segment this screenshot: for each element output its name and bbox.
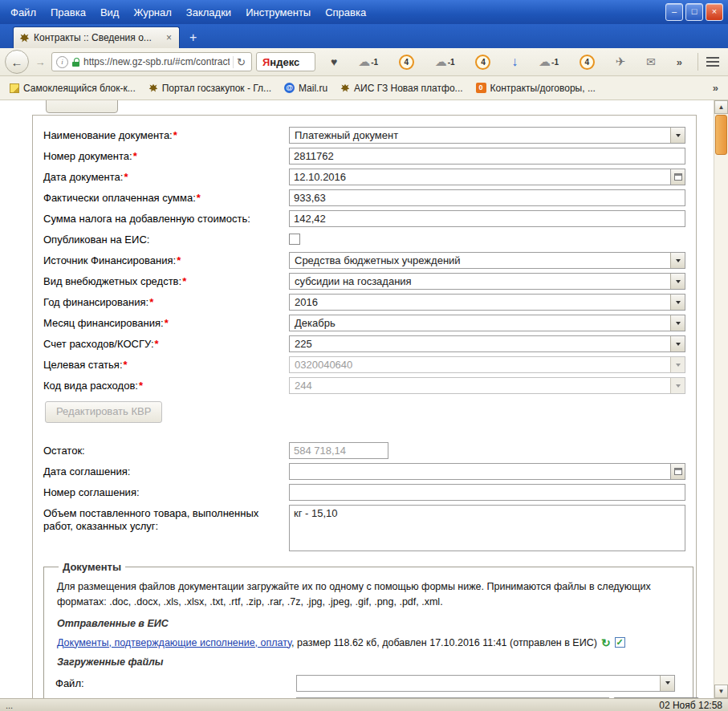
fin-source-select[interactable]: Средства бюджетных учреждений <box>289 252 685 269</box>
scroll-up-icon[interactable]: ▲ <box>714 100 728 114</box>
mail-icon[interactable]: ✉ <box>646 55 656 68</box>
menu-help[interactable]: Справка <box>318 3 373 22</box>
fin-year-select[interactable]: 2016 <box>289 294 685 311</box>
form-row: Опубликован на ЕИС: <box>43 231 685 248</box>
pocket-icon[interactable]: ♥ <box>331 55 337 68</box>
forward-button[interactable]: → <box>33 54 47 70</box>
cloud-badge: -1 <box>371 58 378 67</box>
vat-sum-input[interactable] <box>289 210 685 227</box>
bookmarks-overflow-icon[interactable]: » <box>713 82 718 94</box>
close-button[interactable]: × <box>706 3 723 21</box>
cloud-badge: -1 <box>448 58 455 67</box>
bookmark-item[interactable]: АИС ГЗ Новая платфо... <box>340 83 463 94</box>
published-eis-checkbox[interactable] <box>289 234 300 245</box>
dropdown-arrow-icon[interactable] <box>660 676 674 691</box>
yandex-search-box[interactable]: Яндекс <box>256 52 315 71</box>
cloud-icon: ☁ <box>358 55 370 69</box>
field-label: Опубликован на ЕИС: <box>43 231 289 248</box>
download-icon[interactable]: ↓ <box>511 55 518 69</box>
bookmark-item[interactable]: 0 Контракты/договоры, ... <box>476 83 596 94</box>
doc-number-input[interactable] <box>289 148 685 165</box>
send-tab-icon[interactable]: ✈ <box>616 55 626 69</box>
form-row: Дата соглашения: <box>43 463 685 480</box>
dropdown-arrow-icon[interactable] <box>670 253 685 268</box>
content-area: Наименование документа:* Платежный докум… <box>0 100 728 698</box>
counter-badge-2[interactable]: 4 <box>475 55 490 70</box>
doc-date-input[interactable] <box>289 169 671 185</box>
tab-contracts[interactable]: Контракты :: Сведения о... × <box>13 26 180 48</box>
counter-badge-1[interactable]: 4 <box>399 55 414 70</box>
minimize-button[interactable]: – <box>665 3 683 21</box>
field-label: Дата соглашения: <box>43 463 289 480</box>
edit-kvr-button[interactable]: Редактировать КВР <box>45 401 162 423</box>
yandex-logo: Я <box>262 56 270 68</box>
dropdown-arrow-icon[interactable] <box>670 274 685 289</box>
contract-form-panel: Наименование документа:* Платежный докум… <box>32 115 697 698</box>
agreement-date-input[interactable] <box>289 463 671 480</box>
doc-name-select[interactable]: Платежный документ <box>289 127 685 144</box>
dropdown-arrow-icon[interactable] <box>670 128 685 143</box>
new-tab-button[interactable]: + <box>180 30 206 48</box>
form-row: Остаток: <box>43 442 685 459</box>
partial-button[interactable] <box>46 100 118 113</box>
dropdown-arrow-icon[interactable] <box>670 315 685 331</box>
maximize-button[interactable]: □ <box>685 3 703 21</box>
bookmark-item[interactable]: @ Mail.ru <box>284 83 327 94</box>
url-text[interactable]: https://new.gz-spb.ru/#cm/contract/6 <box>83 56 230 67</box>
open-menu-button[interactable] <box>702 57 723 67</box>
calendar-button[interactable] <box>671 463 685 480</box>
agreement-number-input[interactable] <box>289 484 685 501</box>
cloud-extension-2[interactable]: ☁ -1 <box>435 55 455 69</box>
dropdown-arrow-icon[interactable] <box>670 336 685 351</box>
menu-file[interactable]: Файл <box>3 3 43 22</box>
file-path-input[interactable] <box>296 697 609 699</box>
calendar-icon <box>674 173 682 181</box>
choose-file-button[interactable]: Выбрать файл <box>613 697 699 699</box>
back-button[interactable]: ← <box>5 50 29 74</box>
counter-badge-3[interactable]: 4 <box>580 55 595 70</box>
resend-icon[interactable]: ↻ <box>601 636 611 649</box>
vertical-scrollbar[interactable]: ▲ ▼ <box>714 100 728 698</box>
https-lock-icon[interactable] <box>71 56 80 68</box>
cloud-extension-1[interactable]: ☁ -1 <box>358 55 378 69</box>
documents-section: Документы Для размещения файлов документ… <box>43 561 693 698</box>
menu-bookmarks[interactable]: Закладки <box>179 3 238 22</box>
url-bar[interactable]: i https://new.gz-spb.ru/#cm/contract/6 ↻ <box>51 52 252 71</box>
uploaded-files-heading: Загруженные файлы <box>57 656 680 668</box>
file-select[interactable] <box>296 675 675 692</box>
kosgu-select[interactable]: 225 <box>289 335 685 352</box>
menu-tools[interactable]: Инструменты <box>238 3 318 22</box>
navigation-toolbar: ← → i https://new.gz-spb.ru/#cm/contract… <box>0 48 728 76</box>
field-label: Год финансирования:* <box>43 294 289 311</box>
window-controls: – □ × <box>665 3 725 21</box>
bookmark-item[interactable]: Самоклеящийся блок-к... <box>10 83 136 94</box>
tab-close-icon[interactable]: × <box>165 32 173 43</box>
fin-month-select[interactable]: Декабрь <box>289 315 685 331</box>
menu-view[interactable]: Вид <box>93 3 127 22</box>
reload-icon[interactable]: ↻ <box>233 56 247 68</box>
menu-edit[interactable]: Правка <box>43 3 93 22</box>
sent-checkbox-icon[interactable]: ✓ <box>615 637 625 648</box>
field-label: Фактически оплаченная сумма:* <box>43 189 289 206</box>
document-row: Документы, подтверждающие исполнение, оп… <box>57 636 680 649</box>
dropdown-arrow-icon[interactable] <box>670 295 685 310</box>
cloud-extension-3[interactable]: ☁ -1 <box>539 55 559 69</box>
scroll-down-icon[interactable]: ▼ <box>714 685 728 698</box>
volume-textarea[interactable]: кг - 15,10 <box>289 505 685 551</box>
toolbar-overflow-icon[interactable]: » <box>677 56 682 68</box>
extra-funds-select[interactable]: субсидии на госзадания <box>289 273 685 290</box>
menu-history[interactable]: Журнал <box>126 3 178 22</box>
browser-window: Файл Правка Вид Журнал Закладки Инструме… <box>0 0 728 711</box>
tab-title: Контракты :: Сведения о... <box>34 32 161 43</box>
scrollbar-thumb[interactable] <box>715 115 727 155</box>
calendar-button[interactable] <box>671 169 685 185</box>
form-row: Вид внебюджетных средств:* субсидии на г… <box>43 273 685 290</box>
dropdown-arrow-icon <box>670 378 685 393</box>
page-info-icon[interactable]: i <box>56 56 68 68</box>
bookmark-item[interactable]: Портал госзакупок - Гл... <box>148 83 271 94</box>
scrollbar-track[interactable] <box>714 156 728 685</box>
bookmark-label: Mail.ru <box>299 83 327 94</box>
select-value: 244 <box>295 380 312 392</box>
paid-sum-input[interactable] <box>289 189 685 206</box>
document-link[interactable]: Документы, подтверждающие исполнение, оп… <box>57 637 291 648</box>
